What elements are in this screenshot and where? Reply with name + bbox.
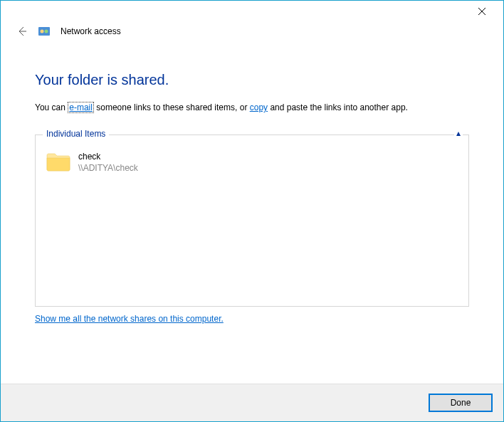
- show-all-shares-link[interactable]: Show me all the network shares on this c…: [35, 314, 224, 324]
- svg-point-4: [41, 30, 44, 33]
- close-button[interactable]: [471, 1, 493, 22]
- titlebar: [1, 1, 503, 22]
- back-arrow-icon: [16, 26, 28, 37]
- item-path: \\ADITYA\check: [78, 162, 138, 174]
- header-title: Network access: [61, 26, 121, 36]
- item-text: check \\ADITYA\check: [78, 151, 138, 174]
- done-button[interactable]: Done: [429, 394, 492, 411]
- svg-point-5: [45, 30, 48, 33]
- chevron-up-icon: ▴: [456, 128, 461, 138]
- footer: Done: [1, 384, 503, 421]
- header: Network access: [1, 22, 503, 45]
- item-name: check: [78, 151, 138, 162]
- list-item[interactable]: check \\ADITYA\check: [43, 147, 461, 178]
- content-area: Your folder is shared. You can e-mail so…: [1, 45, 503, 384]
- collapse-toggle[interactable]: ▴: [454, 129, 463, 137]
- group-legend: Individual Items: [43, 129, 109, 139]
- desc-prefix: You can: [35, 102, 68, 112]
- network-access-icon: [38, 25, 51, 38]
- description-text: You can e-mail someone links to these sh…: [35, 101, 469, 115]
- individual-items-group: Individual Items ▴ check \\ADITYA\check: [35, 134, 469, 307]
- dialog-window: Network access Your folder is shared. Yo…: [0, 0, 504, 422]
- desc-mid: someone links to these shared items, or: [94, 102, 250, 112]
- page-heading: Your folder is shared.: [35, 72, 469, 88]
- close-icon: [478, 7, 486, 16]
- folder-icon: [46, 151, 71, 172]
- desc-suffix: and paste the links into another app.: [268, 102, 408, 112]
- svg-rect-3: [38, 27, 50, 36]
- show-all-shares-container: Show me all the network shares on this c…: [35, 314, 469, 324]
- back-button[interactable]: [16, 26, 28, 37]
- copy-link[interactable]: copy: [250, 102, 268, 112]
- email-link[interactable]: e-mail: [68, 102, 94, 113]
